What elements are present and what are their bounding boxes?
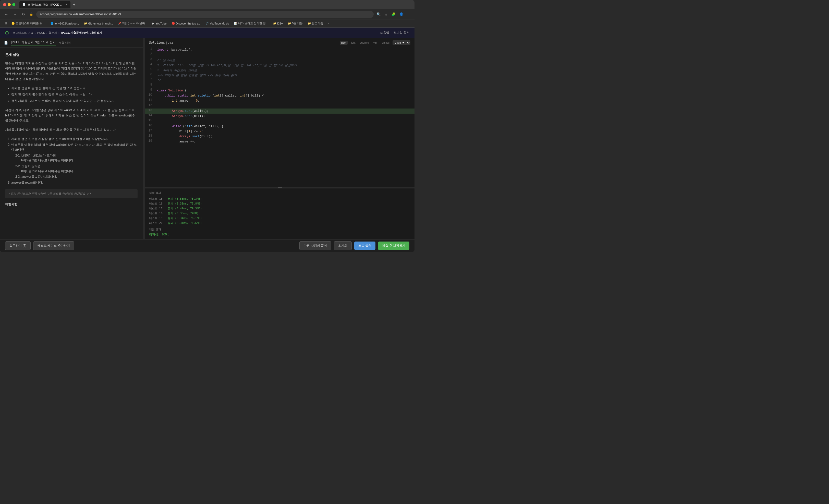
step-2: 반복문을 이용해 bill의 작은 값이 wallet의 작은 값 보다 크거나… — [11, 142, 138, 179]
profile-icon[interactable]: 👤 — [398, 11, 404, 17]
other-solutions-button[interactable]: 다른 사람의 풀이 — [299, 241, 331, 250]
search-icon[interactable]: 🔍 — [376, 11, 382, 17]
test-20-label: 테스트 20 — [149, 221, 163, 225]
breadcrumb-root[interactable]: 코딩테스트 연습 — [13, 31, 33, 35]
bookmarks-bar: ⊞ 🟡 코딩테스트 대비를 위… 📘 tony9402/baekjoo... 📁… — [0, 20, 414, 28]
test-result-15: 테스트 15 통과 (0.53ms, 75.3MB) — [149, 197, 410, 201]
resize-handle[interactable] — [143, 38, 145, 239]
bm-label-4: 커밋(commit) 날짜... — [122, 22, 147, 25]
bookmark-item-10[interactable]: 📁 5월 채용 — [286, 21, 305, 26]
bm-favicon-5: ▶ — [152, 22, 154, 25]
editor-filename: Solution.java — [149, 41, 173, 44]
tab-active[interactable]: 📄 코딩테스트 연습 - [PCCE 기출문… ✕ — [20, 1, 70, 8]
window-controls[interactable]: ⋮ — [408, 3, 411, 6]
tabs-bar: 📄 코딩테스트 연습 - [PCCE 기출문… ✕ + — [20, 1, 406, 8]
theme-light-button[interactable]: light — [349, 41, 357, 45]
test-16-status: 통과 (0.31ms, 75.8MB) — [165, 202, 202, 205]
theme-vim-button[interactable]: vim — [372, 41, 379, 45]
hint-text: 위의 의사코드와 작동방식이 다른 코드를 작성해도 상관없습니다. — [10, 192, 92, 195]
bookmark-item-3[interactable]: 📁 Git remote branch... — [82, 21, 115, 26]
bm-label-9: DS● — [277, 22, 283, 25]
reset-button[interactable]: 초기화 — [334, 241, 352, 250]
language-select[interactable]: Java ▼ — [393, 40, 410, 45]
submit-button[interactable]: 제출 후 채점하기 — [378, 242, 409, 250]
bm-favicon-1: 🟡 — [11, 22, 14, 25]
step-2-text: 반복문을 이용해 bill의 작은 값이 wallet의 작은 값 보다 크거나… — [11, 143, 137, 151]
problem-title-bar: 📄 [PCCE 기출문제] 9번 / 지폐 접기 제출 내역 — [0, 38, 143, 47]
bookmark-item-11[interactable]: 📁 알고리즘 — [306, 21, 325, 26]
bookmarks-more-button[interactable]: » — [326, 21, 331, 26]
breadcrumb-sep2: › — [59, 31, 60, 34]
line-code-1[interactable]: import java.util.*; — [155, 47, 414, 52]
bookmark-item-8[interactable]: 📝 내가 보려고 정리한 정... — [232, 21, 270, 26]
bookmark-item-6[interactable]: 🔴 Discover the top s... — [170, 21, 203, 26]
test-19-status: 통과 (0.34ms, 76.1MB) — [165, 217, 202, 220]
address-bar[interactable] — [36, 11, 374, 18]
test-result-16: 테스트 16 통과 (0.31ms, 75.8MB) — [149, 202, 410, 206]
close-button[interactable] — [3, 3, 6, 6]
bm-label-8: 내가 보려고 정리한 정... — [238, 22, 268, 25]
minimize-button[interactable] — [8, 3, 11, 6]
rule-2: 접기 전 길이가 홀수였다면 접은 후 소수점 이하는 버립니다. — [11, 92, 138, 97]
step-1: 지폐를 접은 횟수를 저장할 정수 변수 answer를 만들고 0을 저장합니… — [11, 137, 138, 141]
menu-icon[interactable]: ⋮ — [406, 11, 411, 17]
refresh-button[interactable]: ↻ — [21, 11, 27, 17]
code-line-8: 8 — [145, 83, 414, 88]
code-scroll-area[interactable]: 1 import java.util.*; 2 3 /* 알고리즘 — [145, 47, 414, 187]
editor-header: Solution.java dark light sublime vim ema… — [145, 38, 414, 47]
bookmark-item-9[interactable]: 📁 DS● — [271, 21, 285, 26]
code-line-11: 11 int answer = 0; — [145, 98, 414, 103]
extension-icon[interactable]: 🧩 — [391, 11, 396, 17]
new-tab-button[interactable]: + — [71, 1, 77, 8]
add-testcase-button[interactable]: 테스트 케이스 추가하기 — [33, 241, 74, 250]
sub-step-1: bill[0]이 bill[1]보다 크다면 bill[0]을 2로 나누고 나… — [15, 153, 138, 163]
test-result-17: 테스트 17 통과 (0.49ms, 79.3MB) — [149, 207, 410, 210]
prog-header: ⬡ 코딩테스트 연습 › PCCE 기출문제 › [PCCE 기출문제] 9번 … — [0, 28, 414, 38]
question-button[interactable]: 질문하기 (7) — [5, 241, 31, 250]
right-panel: Solution.java dark light sublime vim ema… — [145, 38, 414, 239]
prog-logo: ⬡ — [5, 30, 9, 35]
bookmark-item-5[interactable]: ▶ YouTube — [150, 21, 169, 26]
breadcrumb-sep1: › — [35, 31, 36, 34]
theme-options: dark light sublime vim emacs Java ▼ — [340, 40, 410, 45]
bookmark-item-1[interactable]: 🟡 코딩테스트 대비를 위… — [9, 21, 47, 26]
bookmark-item-2[interactable]: 📘 tony9402/baekjoo... — [48, 21, 81, 26]
code-line-2: 2 — [145, 52, 414, 58]
bookmark-item-7[interactable]: 🎵 YouTube Music — [204, 21, 231, 26]
submit-history-tab[interactable]: 제출 내역 — [59, 41, 71, 45]
security-icon: 🔒 — [29, 12, 34, 16]
bookmark-item-4[interactable]: 📌 커밋(commit) 날짜... — [116, 21, 149, 26]
nav-bar: ← → ↻ 🔒 🔍 ☆ 🧩 👤 ⋮ — [0, 9, 414, 20]
browser-frame: 📄 코딩테스트 연습 - [PCCE 기출문… ✕ + ⋮ ← → ↻ 🔒 🔍 … — [0, 0, 414, 252]
theme-sublime-button[interactable]: sublime — [359, 41, 370, 45]
code-line-3: 3 /* 알고리즘 — [145, 58, 414, 63]
test-20-status: 통과 (0.31ms, 71.6MB) — [165, 221, 202, 225]
breadcrumb-mid[interactable]: PCCE 기출문제 — [37, 31, 57, 35]
maximize-button[interactable] — [12, 3, 15, 6]
bm-favicon-7: 🎵 — [206, 22, 209, 25]
forward-button[interactable]: → — [12, 11, 19, 17]
test-17-label: 테스트 17 — [149, 207, 163, 210]
bm-favicon-2: 📘 — [50, 22, 53, 25]
code-line-4: 4 1. wallet, bill 크기를 정렬 -> wallet[0]을 작… — [145, 63, 414, 68]
help-link[interactable]: 도움말 — [380, 31, 389, 35]
problem-body: 문제 설명 민수는 다양한 지폐를 수집하는 취미를 가지고 있습니다. 지폐마… — [0, 47, 143, 239]
code-line-6: 6 --> 지폐의 큰 변을 반으로 접기 --> 횟수 계속 증가 — [145, 73, 414, 78]
compile-options-link[interactable]: 컴파일 옵션 — [393, 31, 409, 35]
bm-favicon-8: 📝 — [234, 22, 237, 25]
bm-label-2: tony9402/baekjoo... — [55, 22, 79, 25]
theme-dark-button[interactable]: dark — [340, 41, 348, 45]
theme-emacs-button[interactable]: emacs — [381, 41, 391, 45]
left-panel: 📄 [PCCE 기출문제] 9번 / 지폐 접기 제출 내역 문제 설명 민수는… — [0, 38, 143, 239]
rule-1: 지폐를 접을 때는 항상 길이가 긴 쪽을 반으로 접습니다. — [11, 86, 138, 91]
accuracy-label: 정확성: — [149, 232, 159, 236]
rule-3: 접힌 지폐를 그대로 또는 90도 돌려서 지갑에 넣을 수 있다면 그만 접습… — [11, 99, 138, 103]
code-line-1: 1 import java.util.*; — [145, 47, 414, 52]
tab-close-button[interactable]: ✕ — [65, 3, 67, 6]
apps-button[interactable]: ⊞ — [3, 21, 8, 26]
bm-favicon-11: 📁 — [308, 22, 311, 25]
run-button[interactable]: 코드 실행 — [354, 242, 375, 250]
page-content: ⬡ 코딩테스트 연습 › PCCE 기출문제 › [PCCE 기출문제] 9번 … — [0, 28, 414, 252]
bookmark-icon[interactable]: ☆ — [384, 11, 389, 17]
back-button[interactable]: ← — [3, 11, 10, 17]
